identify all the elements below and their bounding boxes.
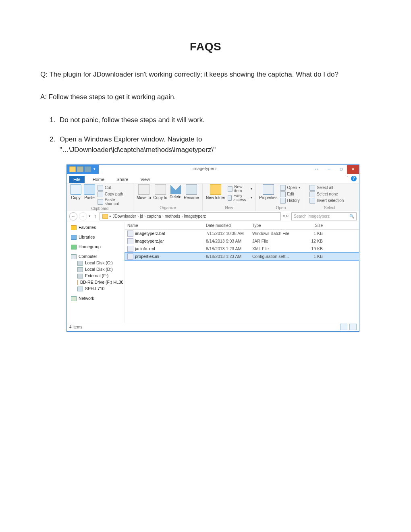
chevron-down-icon: ▾: [251, 196, 252, 200]
easy-access-button[interactable]: Easy access ▾: [228, 194, 252, 202]
file-list[interactable]: Name Date modified Type Size imagetyperz…: [125, 222, 359, 323]
paste-shortcut-button[interactable]: Paste shortcut: [98, 198, 130, 206]
ribbon-collapse-icon[interactable]: ˄: [347, 176, 349, 180]
quick-access-toolbar[interactable]: ▾: [67, 165, 99, 174]
nav-forward-button[interactable]: →: [79, 212, 87, 220]
tab-home[interactable]: Home: [89, 176, 108, 183]
file-row[interactable]: imagetyperz.jar 8/14/2013 9:03 AM JAR Fi…: [125, 237, 359, 245]
breadcrumb[interactable]: « JDownloader› jd› captcha› methods› ima…: [100, 212, 281, 220]
new-folder-button[interactable]: New folder: [206, 184, 225, 205]
column-header-type[interactable]: Type: [252, 224, 299, 228]
select-none-button[interactable]: Select none: [309, 191, 344, 197]
tiles-view-icon[interactable]: [349, 324, 357, 330]
nav-back-button[interactable]: ←: [69, 212, 77, 220]
group-label-open: Open: [259, 205, 303, 211]
open-button[interactable]: Open ▾: [280, 185, 300, 191]
rename-button[interactable]: Rename: [184, 184, 199, 205]
copy-to-button[interactable]: Copy to: [154, 184, 167, 205]
navigation-pane[interactable]: Favorites Libraries Homegroup Computer L…: [67, 222, 125, 323]
breadcrumb-part[interactable]: JDownloader: [113, 214, 136, 218]
disk-icon: [77, 267, 83, 272]
breadcrumb-part[interactable]: captcha: [147, 214, 161, 218]
file-row[interactable]: jacinfo.xml 8/18/2013 1:23 AM XML File 1…: [125, 245, 359, 253]
new-item-button[interactable]: New item ▾: [228, 185, 252, 193]
libraries-icon: [71, 235, 77, 240]
nav-network[interactable]: Network: [68, 295, 123, 302]
step-2-path: "…\JDownloader\jd\captcha\methods\imaget…: [60, 146, 216, 154]
recent-locations-icon[interactable]: ▾: [89, 214, 91, 218]
copy-path-button[interactable]: Copy path: [98, 191, 130, 197]
step-2: Open a Windows Explorer window. Navigate…: [57, 134, 371, 156]
history-icon: [280, 198, 286, 204]
invert-selection-button[interactable]: Invert selection: [309, 198, 344, 204]
tab-share[interactable]: Share: [112, 176, 132, 183]
nav-drive[interactable]: SPH-L710: [68, 286, 123, 292]
folder-icon: [85, 166, 91, 172]
tab-view[interactable]: View: [136, 176, 154, 183]
details-view-icon[interactable]: [340, 324, 347, 330]
move-arrows-icon[interactable]: ↔: [311, 165, 323, 174]
page-title: FAQS: [40, 40, 371, 53]
close-button[interactable]: [347, 165, 359, 174]
refresh-icon[interactable]: ↻: [286, 214, 289, 218]
cut-button[interactable]: Cut: [98, 185, 130, 191]
status-text: 4 items: [69, 325, 82, 329]
qat-dropdown-icon[interactable]: ▾: [92, 167, 96, 171]
nav-drive[interactable]: BD-RE Drive (F:) HL30: [68, 279, 123, 286]
move-icon: [138, 184, 149, 195]
properties-button[interactable]: Properties: [259, 184, 278, 205]
chevron-down-icon: ▾: [251, 187, 252, 191]
nav-drive[interactable]: Local Disk (D:): [68, 266, 123, 273]
select-all-button[interactable]: Select all: [309, 185, 344, 191]
view-switch[interactable]: [339, 324, 357, 331]
file-icon: [127, 254, 133, 260]
nav-up-button[interactable]: ↑: [92, 214, 98, 219]
delete-button[interactable]: Delete: [170, 184, 181, 205]
nav-drive[interactable]: External (E:): [68, 273, 123, 279]
search-icon: 🔍: [349, 214, 354, 218]
device-icon: [77, 287, 83, 291]
nav-computer[interactable]: Computer: [68, 254, 123, 260]
copy-button[interactable]: Copy: [70, 184, 81, 206]
breadcrumb-part[interactable]: methods: [165, 214, 180, 218]
history-button[interactable]: History: [280, 198, 300, 204]
group-label-select: Select: [309, 205, 350, 211]
file-row[interactable]: properties.ini 8/18/2013 1:23 AM Configu…: [125, 253, 359, 260]
nav-favorites[interactable]: Favorites: [68, 224, 123, 231]
minimize-button[interactable]: [323, 165, 335, 174]
column-header-date[interactable]: Date modified: [206, 224, 252, 228]
select-none-icon: [309, 191, 315, 197]
copy-icon: [70, 184, 81, 195]
invert-selection-icon: [309, 198, 315, 204]
file-icon: [127, 231, 133, 237]
nav-libraries[interactable]: Libraries: [68, 234, 123, 241]
folder-icon: [77, 166, 83, 172]
chevron-down-icon: ▾: [299, 186, 300, 189]
disk-icon: [77, 274, 83, 278]
rename-icon: [186, 184, 197, 195]
help-icon[interactable]: ?: [351, 176, 357, 181]
select-all-icon: [309, 185, 315, 191]
column-header-size[interactable]: Size: [299, 224, 323, 228]
tab-file[interactable]: File: [69, 176, 85, 183]
optical-drive-icon: [77, 280, 78, 285]
edit-button[interactable]: Edit: [280, 191, 300, 197]
new-item-icon: [228, 186, 233, 192]
column-header-name[interactable]: Name: [127, 224, 206, 228]
copy-path-icon: [98, 191, 103, 197]
breadcrumb-part[interactable]: jd: [140, 214, 143, 218]
faq-answer-intro: A: Follow these steps to get it working …: [40, 92, 371, 102]
edit-icon: [280, 191, 286, 197]
breadcrumb-part[interactable]: imagetyperz: [184, 214, 206, 218]
breadcrumb-history-icon[interactable]: v: [283, 214, 285, 218]
new-folder-icon: [210, 184, 221, 195]
maximize-button[interactable]: [335, 165, 347, 174]
paste-icon: [84, 184, 95, 195]
move-to-button[interactable]: Move to: [137, 184, 151, 205]
paste-button[interactable]: Paste: [84, 184, 95, 206]
file-row[interactable]: imagetyperz.bat 7/11/2012 10:38 AM Windo…: [125, 230, 359, 237]
folder-icon: [69, 166, 76, 172]
nav-homegroup[interactable]: Homegroup: [68, 244, 123, 250]
search-input[interactable]: Search imagetyperz 🔍: [291, 212, 357, 220]
nav-drive[interactable]: Local Disk (C:): [68, 260, 123, 266]
